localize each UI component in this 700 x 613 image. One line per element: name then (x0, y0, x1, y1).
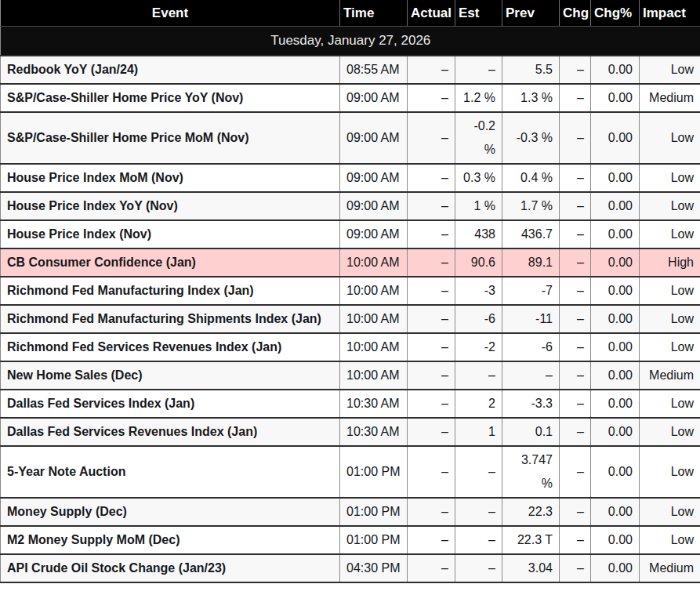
event-cell[interactable]: Richmond Fed Manufacturing Shipments Ind… (1, 305, 340, 333)
event-row[interactable]: Richmond Fed Services Revenues Index (Ja… (1, 333, 700, 361)
event-row[interactable]: API Crude Oil Stock Change (Jan/23) 04:3… (1, 554, 700, 582)
impact-cell: High (640, 248, 700, 277)
time-cell: 10:00 AM (340, 333, 408, 361)
event-cell[interactable]: New Home Sales (Dec) (1, 361, 340, 390)
economic-calendar: Event Time Actual Est Prev Chg Chg% Impa… (0, 0, 700, 583)
chgpct-cell: 0.00 (591, 112, 640, 164)
prev-cell: -7 (502, 277, 560, 305)
table-header: Event Time Actual Est Prev Chg Chg% Impa… (1, 0, 700, 27)
event-row[interactable]: Dallas Fed Services Index (Jan) 10:30 AM… (1, 390, 700, 418)
event-cell[interactable]: Richmond Fed Services Revenues Index (Ja… (1, 333, 340, 361)
impact-cell: Low (640, 333, 700, 361)
time-cell: 09:00 AM (340, 112, 408, 164)
est-cell: 0.3 % (455, 164, 502, 192)
est-cell: – (455, 56, 502, 84)
event-row[interactable]: Redbook YoY (Jan/24) 08:55 AM – – 5.5 – … (1, 56, 700, 84)
chg-cell: – (560, 84, 591, 112)
impact-cell: Low (640, 56, 700, 84)
column-header-chg: Chg (560, 0, 591, 27)
actual-cell: – (408, 164, 455, 192)
time-cell: 10:00 AM (340, 305, 408, 333)
prev-cell: -0.3 % (502, 112, 560, 164)
prev-cell: 22.3 (502, 498, 560, 526)
chg-cell: – (560, 220, 591, 248)
time-cell: 09:00 AM (340, 192, 408, 220)
time-cell: 10:00 AM (340, 361, 408, 390)
chgpct-cell: 0.00 (591, 446, 640, 498)
est-cell: 1 % (455, 192, 502, 220)
event-cell[interactable]: M2 Money Supply MoM (Dec) (1, 526, 340, 554)
time-cell: 09:00 AM (340, 164, 408, 192)
impact-cell: Low (640, 418, 700, 446)
est-cell: -2 (455, 333, 502, 361)
time-cell: 04:30 PM (340, 554, 408, 582)
chg-cell: – (560, 390, 591, 418)
event-cell[interactable]: House Price Index YoY (Nov) (1, 192, 340, 220)
event-cell[interactable]: Dallas Fed Services Index (Jan) (1, 390, 340, 418)
event-row[interactable]: House Price Index YoY (Nov) 09:00 AM – 1… (1, 192, 700, 220)
time-cell: 01:00 PM (340, 446, 408, 498)
time-cell: 09:00 AM (340, 220, 408, 248)
chg-cell: – (560, 192, 591, 220)
chgpct-cell: 0.00 (591, 248, 640, 277)
impact-cell: Low (640, 220, 700, 248)
event-row[interactable]: S&P/Case-Shiller Home Price YoY (Nov) 09… (1, 84, 700, 112)
header-row: Event Time Actual Est Prev Chg Chg% Impa… (1, 0, 700, 27)
impact-cell: Low (640, 164, 700, 192)
impact-cell: Low (640, 277, 700, 305)
event-cell[interactable]: API Crude Oil Stock Change (Jan/23) (1, 554, 340, 582)
impact-cell: Medium (640, 84, 700, 112)
impact-cell: Medium (640, 361, 700, 390)
chg-cell: – (560, 554, 591, 582)
event-cell[interactable]: Money Supply (Dec) (1, 498, 340, 526)
event-row[interactable]: New Home Sales (Dec) 10:00 AM – – – – 0.… (1, 361, 700, 390)
event-cell[interactable]: S&P/Case-Shiller Home Price YoY (Nov) (1, 84, 340, 112)
event-cell[interactable]: CB Consumer Confidence (Jan) (1, 248, 340, 277)
impact-cell: Low (640, 112, 700, 164)
est-cell: 438 (455, 220, 502, 248)
chg-cell: – (560, 305, 591, 333)
event-row[interactable]: S&P/Case-Shiller Home Price MoM (Nov) 09… (1, 112, 700, 164)
est-cell: 90.6 (455, 248, 502, 277)
chg-cell: – (560, 361, 591, 390)
column-header-chgpct: Chg% (591, 0, 640, 27)
impact-cell: Medium (640, 554, 700, 582)
event-cell[interactable]: House Price Index MoM (Nov) (1, 164, 340, 192)
event-cell[interactable]: S&P/Case-Shiller Home Price MoM (Nov) (1, 112, 340, 164)
event-row[interactable]: Money Supply (Dec) 01:00 PM – – 22.3 – 0… (1, 498, 700, 526)
event-row[interactable]: Dallas Fed Services Revenues Index (Jan)… (1, 418, 700, 446)
column-header-actual: Actual (408, 0, 455, 27)
event-cell[interactable]: Redbook YoY (Jan/24) (1, 56, 340, 84)
event-cell[interactable]: 5-Year Note Auction (1, 446, 340, 498)
chgpct-cell: 0.00 (591, 361, 640, 390)
actual-cell: – (408, 554, 455, 582)
economic-calendar-table: Event Time Actual Est Prev Chg Chg% Impa… (0, 0, 700, 583)
prev-cell: 436.7 (502, 220, 560, 248)
chg-cell: – (560, 418, 591, 446)
event-cell[interactable]: House Price Index (Nov) (1, 220, 340, 248)
est-cell: – (455, 446, 502, 498)
time-cell: 09:00 AM (340, 84, 408, 112)
chgpct-cell: 0.00 (591, 554, 640, 582)
event-row[interactable]: House Price Index (Nov) 09:00 AM – 438 4… (1, 220, 700, 248)
event-cell[interactable]: Richmond Fed Manufacturing Index (Jan) (1, 277, 340, 305)
chgpct-cell: 0.00 (591, 192, 640, 220)
prev-cell: -6 (502, 333, 560, 361)
chg-cell: – (560, 56, 591, 84)
est-cell: – (455, 498, 502, 526)
time-cell: 10:00 AM (340, 277, 408, 305)
event-row[interactable]: M2 Money Supply MoM (Dec) 01:00 PM – – 2… (1, 526, 700, 554)
event-row[interactable]: 5-Year Note Auction 01:00 PM – – 3.747 %… (1, 446, 700, 498)
impact-cell: Low (640, 305, 700, 333)
impact-cell: Low (640, 526, 700, 554)
time-cell: 01:00 PM (340, 526, 408, 554)
event-cell[interactable]: Dallas Fed Services Revenues Index (Jan) (1, 418, 340, 446)
prev-cell: 3.747 % (502, 446, 560, 498)
event-row[interactable]: House Price Index MoM (Nov) 09:00 AM – 0… (1, 164, 700, 192)
est-cell: 1.2 % (455, 84, 502, 112)
impact-cell: Low (640, 192, 700, 220)
chgpct-cell: 0.00 (591, 56, 640, 84)
event-row[interactable]: Richmond Fed Manufacturing Shipments Ind… (1, 305, 700, 333)
event-row[interactable]: Richmond Fed Manufacturing Index (Jan) 1… (1, 277, 700, 305)
event-row[interactable]: CB Consumer Confidence (Jan) 10:00 AM – … (1, 248, 700, 277)
